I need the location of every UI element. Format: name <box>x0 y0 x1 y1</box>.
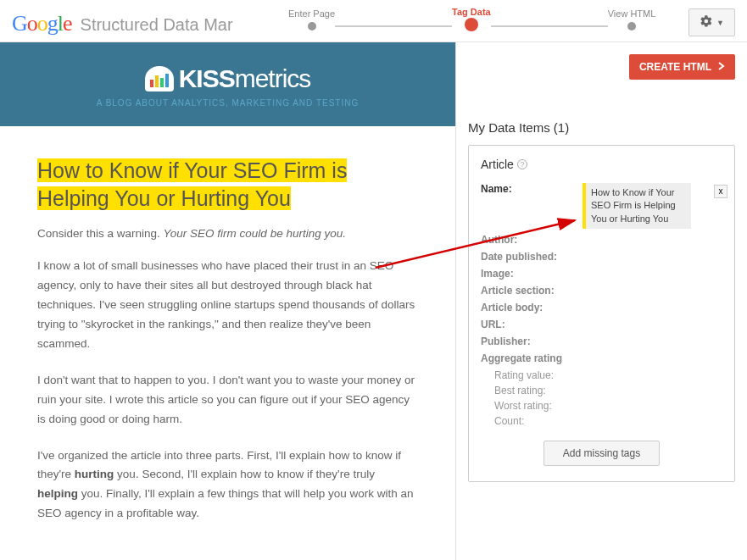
create-html-button[interactable]: CREATE HTML <box>629 54 735 80</box>
app-header: Google Structured Data Mar Enter Page Ta… <box>0 0 747 42</box>
gear-icon <box>700 14 713 30</box>
google-logo: Google <box>12 11 72 36</box>
site-tagline: A BLOG ABOUT ANALYTICS, MARKETING AND TE… <box>8 98 447 108</box>
progress-stepper: Enter Page Tag Data View HTML <box>288 7 655 31</box>
product-name: Structured Data Mar <box>81 15 233 35</box>
field-name[interactable]: Name: How to Know if Your SEO Firm is He… <box>481 183 722 229</box>
article-title[interactable]: How to Know if Your SEO Firm is Helping … <box>37 157 418 212</box>
article-paragraph: I've organized the article into three pa… <box>37 446 418 524</box>
field-worst-rating[interactable]: Worst rating: <box>481 400 722 412</box>
site-header: KISSmetrics A BLOG ABOUT ANALYTICS, MARK… <box>0 42 455 126</box>
step-view-html[interactable]: View HTML <box>608 8 656 30</box>
remove-tag-button[interactable]: x <box>714 185 727 198</box>
field-rating-value[interactable]: Rating value: <box>481 369 722 381</box>
step-dot-active <box>465 18 478 31</box>
step-enter-page[interactable]: Enter Page <box>288 8 335 30</box>
settings-button[interactable]: ▼ <box>688 8 735 36</box>
logo-area: Google Structured Data Mar <box>12 11 233 36</box>
kissmetrics-icon <box>145 66 174 91</box>
article-intro: Consider this a warning. Your SEO firm c… <box>37 227 418 240</box>
field-publisher[interactable]: Publisher: <box>481 335 722 347</box>
chevron-down-icon: ▼ <box>716 19 724 27</box>
field-label: Name: <box>481 183 583 195</box>
schema-panel: Article? x Name: How to Know if Your SEO… <box>468 145 735 482</box>
field-article-section[interactable]: Article section: <box>481 285 722 297</box>
panel-heading: My Data Items (1) <box>468 80 735 135</box>
article-paragraph: I know a lot of small businesses who hav… <box>37 257 418 354</box>
step-dot <box>627 22 636 30</box>
field-best-rating[interactable]: Best rating: <box>481 385 722 396</box>
add-missing-tags-button[interactable]: Add missing tags <box>544 441 660 466</box>
schema-type-heading: Article? <box>481 158 722 171</box>
article-content[interactable]: How to Know if Your SEO Firm is Helping … <box>0 126 455 524</box>
step-dot <box>308 22 316 30</box>
site-logo-text: KISSmetrics <box>179 64 311 93</box>
field-url[interactable]: URL: <box>481 319 722 330</box>
page-preview-pane[interactable]: KISSmetrics A BLOG ABOUT ANALYTICS, MARK… <box>0 42 456 560</box>
help-icon[interactable]: ? <box>517 159 527 169</box>
step-tag-data[interactable]: Tag Data <box>452 7 491 31</box>
field-article-body[interactable]: Article body: <box>481 302 722 313</box>
field-date-published[interactable]: Date published: <box>481 251 722 263</box>
field-author[interactable]: Author: <box>481 234 722 246</box>
field-aggregate-rating[interactable]: Aggregate rating <box>481 352 722 364</box>
highlighted-title: How to Know if Your SEO Firm is Helping … <box>37 158 347 210</box>
step-connector <box>491 25 608 27</box>
step-connector <box>335 25 452 27</box>
field-count[interactable]: Count: <box>481 415 722 427</box>
tagged-value-chip[interactable]: How to Know if Your SEO Firm is Helping … <box>583 183 691 229</box>
field-image[interactable]: Image: <box>481 268 722 280</box>
article-paragraph: I don't want that to happen to you. I do… <box>37 371 418 430</box>
data-items-pane: CREATE HTML My Data Items (1) Article? x… <box>456 42 747 560</box>
chevron-right-icon <box>718 61 725 73</box>
